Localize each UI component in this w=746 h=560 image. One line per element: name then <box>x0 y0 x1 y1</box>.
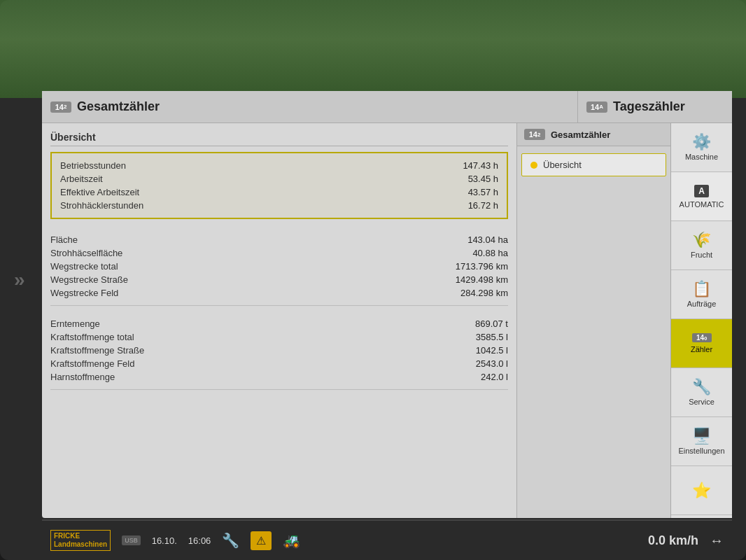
sidebar-item-frucht[interactable]: 🌾 Frucht <box>671 221 732 270</box>
row-value: 242.0 l <box>438 372 508 382</box>
table-row: Harnstoffmenge 242.0 l <box>50 370 508 384</box>
header-bar: 142 Gesamtzähler 14A Tageszähler <box>42 91 732 123</box>
sidebar-item-maschine[interactable]: ⚙️ Maschine <box>671 123 732 172</box>
sidebar-item-zaehler[interactable]: 14₀ Zähler <box>671 319 732 368</box>
row-value: 869.07 t <box>438 318 508 329</box>
sidebar-item-label: AUTOMATIC <box>680 200 724 209</box>
table-row: Arbeitszeit 53.45 h <box>60 172 498 186</box>
row-label: Fläche <box>50 234 438 245</box>
sidebar-item-einstellungen[interactable]: 🖥️ Einstellungen <box>671 417 732 466</box>
table-row: Wegstrecke Straße 1429.498 km <box>50 273 508 286</box>
table-row: Erntemenge 869.07 t <box>50 317 508 330</box>
header-title: Gesamtzähler <box>77 99 160 114</box>
speed-display: 0.0 km/h <box>648 533 698 548</box>
sidebar-item-star[interactable]: ⭐ <box>671 466 732 515</box>
row-label: Wegstrecke total <box>50 261 438 272</box>
header-left: 142 Gesamtzähler <box>42 91 577 122</box>
row-value: 1429.498 km <box>438 274 508 285</box>
table-row: Wegstrecke Feld 284.298 km <box>50 286 508 300</box>
sidebar-item-label: Frucht <box>691 251 712 259</box>
table-row: Fläche 143.04 ha <box>50 233 508 246</box>
sidebar-item-label: Maschine <box>685 153 718 161</box>
sidebar-item-label: Zähler <box>691 345 712 354</box>
row-label: Harnstoffmenge <box>50 372 438 382</box>
sidebar-item-label: Aufträge <box>687 300 717 308</box>
table-row: Strohhäcklerstunden 16.72 h <box>60 199 498 212</box>
row-label: Wegstrecke Feld <box>50 288 438 298</box>
auftraege-icon: 📋 <box>692 281 711 297</box>
table-row: Kraftstoffmenge Straße 1042.5 l <box>50 344 508 357</box>
section-label: Übersicht <box>50 129 508 146</box>
table-row: Wegstrecke total 1713.796 km <box>50 260 508 273</box>
right-panel-header: 142 Gesamtzähler <box>517 123 670 146</box>
row-label: Kraftstoffmenge total <box>50 332 438 342</box>
right-panel-item-label: Übersicht <box>543 160 582 170</box>
row-value: 2543.0 l <box>438 358 508 369</box>
arrow-icon: ↔ <box>710 533 724 549</box>
right-panel-items: Übersicht <box>517 146 670 183</box>
table-row: Strohhäcselfläche 40.88 ha <box>50 246 508 260</box>
main-panel: Übersicht Betriebsstunden 147.43 h Arbei… <box>42 123 516 518</box>
row-label: Effektive Arbeitszeit <box>60 187 428 197</box>
left-nav-arrow[interactable]: » <box>14 269 25 291</box>
main-screen: 142 Gesamtzähler 14A Tageszähler Übersic… <box>42 91 732 518</box>
service-icon: 🔧 <box>692 379 711 395</box>
row-value: 143.04 ha <box>438 234 508 245</box>
right-counter-badge: 14A <box>586 102 607 113</box>
row-label: Betriebsstunden <box>60 160 428 171</box>
maschine-icon: ⚙️ <box>692 134 711 150</box>
dot-indicator <box>530 162 537 169</box>
row-value: 147.43 h <box>428 160 498 171</box>
auto-badge: A <box>694 185 709 197</box>
usb-indicator: USB <box>122 536 141 545</box>
wrench-icon: 🔧 <box>222 532 239 549</box>
header-right: 14A Tageszähler <box>578 91 732 122</box>
row-value: 1713.796 km <box>438 261 508 272</box>
right-panel-title: Gesamtzähler <box>551 130 610 140</box>
row-value: 40.88 ha <box>438 248 508 258</box>
combine-icon: 🚜 <box>283 532 300 549</box>
sidebar-item-automatic[interactable]: A AUTOMATIC <box>671 172 732 221</box>
row-label: Strohhäcselfläche <box>50 248 438 258</box>
sidebar-item-auftraege[interactable]: 📋 Aufträge <box>671 270 732 319</box>
group2: Fläche 143.04 ha Strohhäcselfläche 40.88… <box>50 227 508 306</box>
left-counter-badge: 142 <box>50 102 71 113</box>
content-area: Übersicht Betriebsstunden 147.43 h Arbei… <box>42 123 732 518</box>
row-value: 16.72 h <box>428 200 498 211</box>
sidebar-item-label: Service <box>689 398 715 406</box>
row-label: Kraftstoffmenge Feld <box>50 358 438 369</box>
row-value: 284.298 km <box>438 288 508 298</box>
row-value: 1042.5 l <box>438 345 508 356</box>
status-date: 16.10. <box>152 536 177 546</box>
group3: Erntemenge 869.07 t Kraftstoffmenge tota… <box>50 312 508 390</box>
warning-icon: ⚠ <box>251 531 272 550</box>
row-label: Kraftstoffmenge Straße <box>50 345 438 356</box>
row-label: Wegstrecke Straße <box>50 274 438 285</box>
status-bar: FRICKE Landmaschinen USB 16.10. 16:06 🔧 … <box>42 519 732 560</box>
status-time: 16:06 <box>188 536 211 546</box>
table-row: Kraftstoffmenge total 3585.5 l <box>50 330 508 344</box>
right-panel: 142 Gesamtzähler Übersicht <box>516 123 670 518</box>
table-row: Effektive Arbeitszeit 43.57 h <box>60 186 498 199</box>
highlight-box: Betriebsstunden 147.43 h Arbeitszeit 53.… <box>50 152 508 219</box>
right-panel-item-ubersicht[interactable]: Übersicht <box>521 153 666 176</box>
sidebar-item-service[interactable]: 🔧 Service <box>671 368 732 417</box>
row-label: Strohhäcklerstunden <box>60 200 428 211</box>
row-label: Erntemenge <box>50 318 438 329</box>
star-icon: ⭐ <box>692 483 711 498</box>
row-label: Arbeitszeit <box>60 174 428 184</box>
row-value: 3585.5 l <box>438 332 508 342</box>
row-value: 43.57 h <box>428 187 498 197</box>
tageszaehler-title: Tageszähler <box>613 99 685 114</box>
right-panel-badge: 142 <box>524 129 545 140</box>
row-value: 53.45 h <box>428 174 498 184</box>
sidebar-nav: ⚙️ Maschine A AUTOMATIC 🌾 Frucht 📋 Auftr… <box>670 123 732 518</box>
fricke-logo: FRICKE Landmaschinen <box>50 530 111 551</box>
table-row: Kraftstoffmenge Feld 2543.0 l <box>50 357 508 370</box>
table-row: Betriebsstunden 147.43 h <box>60 159 498 172</box>
einstellungen-icon: 🖥️ <box>692 428 711 444</box>
frucht-icon: 🌾 <box>692 232 711 248</box>
sidebar-item-label: Einstellungen <box>678 447 724 455</box>
zaehler-badge: 14₀ <box>692 333 712 342</box>
